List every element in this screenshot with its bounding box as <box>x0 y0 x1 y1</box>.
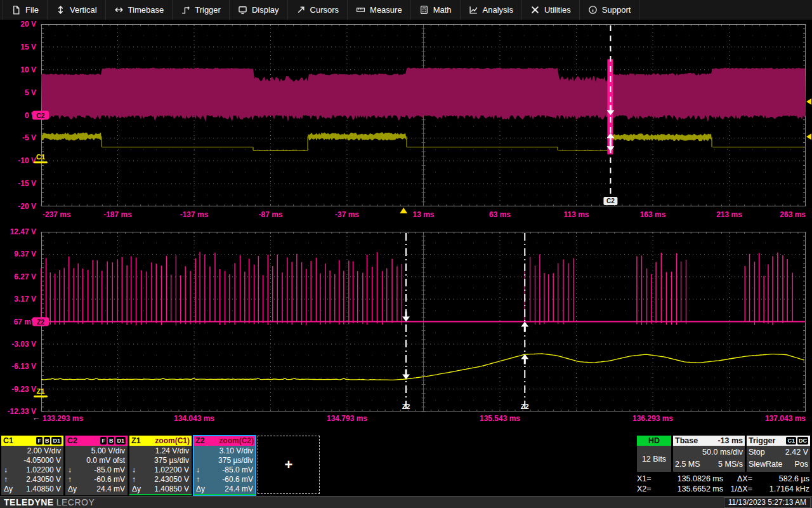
trigger-panel[interactable]: Trigger C1 DC Stop 2.42 V SlewRate Pos <box>747 436 810 472</box>
menu-item-label: Timebase <box>128 5 164 15</box>
menu-item-timebase[interactable]: Timebase <box>106 0 173 20</box>
main-grid-x-axis: -237 ms-187 ms-137 ms-87 ms-37 ms13 ms63… <box>41 210 806 221</box>
descriptor-row-value: 0.0 mV ofst <box>82 456 128 465</box>
trace-descriptor-C2[interactable]: C2FBD15.00 V/div0.0 mV ofst↓-85.0 mV↑-60… <box>65 436 128 495</box>
trigger-header: Trigger C1 DC <box>747 436 810 446</box>
zoom-waveform-grid[interactable]: Z2Z2Z2Z1← <box>32 232 812 422</box>
y-tick-label: -9.23 V <box>1 385 36 394</box>
descriptor-row-value: 2.43050 V <box>146 475 192 485</box>
menu-item-utilities[interactable]: Utilities <box>522 0 580 20</box>
descriptor-row-symbol: ↓ <box>65 465 82 475</box>
menu-item-measure[interactable]: Measure <box>348 0 411 20</box>
descriptor-row-value: -85.0 mV <box>210 465 256 475</box>
descriptor-header: Z2zoom(C2) <box>193 436 256 446</box>
trace-descriptor-C1[interactable]: C1FBD12.00 V/div-4.05000 V↓1.02200 V↑2.4… <box>1 436 63 495</box>
trace-label-C1[interactable]: C1 <box>36 153 45 161</box>
svg-text:C2: C2 <box>36 112 45 119</box>
descriptor-row-value: 375 µs/div <box>146 456 192 465</box>
descriptor-row-value: 24.4 mV <box>210 485 256 494</box>
y-tick-label: -20 V <box>1 202 36 211</box>
main-waveform-grid[interactable]: C2C2C1 <box>32 24 812 215</box>
brand-logo: TELEDYNELECROY <box>0 497 95 507</box>
timebase-panel[interactable]: Tbase -13 ms 50.0 ms/div 2.5 MS 5 MS/s <box>673 436 745 472</box>
acquisition-panels: HD 12 Bits Tbase -13 ms 50.0 ms/div 2.5 … <box>637 436 811 494</box>
add-trace-button[interactable]: + <box>258 436 320 494</box>
invdx-label: 1/ΔX= <box>723 484 756 494</box>
trigger-source-badge: C1 <box>786 437 796 444</box>
y-tick-label: -6.13 V <box>1 362 36 371</box>
zoom-source-label: zoom(C2) <box>219 436 254 445</box>
scroll-left-arrow[interactable]: ← <box>32 413 41 422</box>
brand-teledyne: TELEDYNE <box>4 497 54 507</box>
menu-item-vertical[interactable]: Vertical <box>48 0 106 20</box>
timebase-samples: 2.5 MS <box>675 458 700 471</box>
cursor-label: Z2 <box>521 403 529 410</box>
descriptor-row-symbol <box>1 446 18 456</box>
x-tick-label: 136.293 ms <box>632 414 673 423</box>
y-tick-label: 67 mV <box>1 318 36 326</box>
vertical-icon <box>56 5 65 15</box>
menu-item-file[interactable]: File <box>3 0 48 20</box>
y-tick-label: 10 V <box>1 65 36 74</box>
x1-value: 135.0826 ms <box>658 474 723 484</box>
trigger-level-marker[interactable] <box>806 98 811 105</box>
c1-waveform[interactable] <box>102 147 253 147</box>
descriptor-row-symbol <box>65 456 82 465</box>
y-tick-label: 15 V <box>1 43 36 51</box>
trace-id: C2 <box>67 436 77 445</box>
y-tick-label: 20 V <box>1 20 36 29</box>
descriptor-header: C2FBD1 <box>65 436 128 446</box>
dx-value: 582.6 µs <box>756 474 809 484</box>
trace-id: C1 <box>3 436 13 445</box>
trigger-mode: Stop <box>749 446 765 458</box>
y-tick-label: 12.47 V <box>1 227 36 236</box>
c2-waveform[interactable] <box>41 68 806 123</box>
svg-text:Z2: Z2 <box>37 318 44 326</box>
invdx-value: 1.7164 kHz <box>756 484 809 494</box>
menu-item-display[interactable]: Display <box>230 0 288 20</box>
oscilloscope-app: FileVerticalTimebaseTriggerDisplayCursor… <box>0 0 812 508</box>
menu-item-label: Utilities <box>544 5 571 15</box>
menu-item-label: Vertical <box>70 5 97 15</box>
descriptor-row-value: 2.00 V/div <box>18 446 63 456</box>
trace-descriptor-Z1[interactable]: Z1zoom(C1)1.24 V/div375 µs/div↓1.02200 V… <box>129 436 192 495</box>
trace-badge-f: F <box>100 437 107 444</box>
menu-item-label: Analysis <box>483 5 513 15</box>
menu-item-support[interactable]: Support <box>580 0 640 20</box>
trace-descriptor-Z2[interactable]: Z2zoom(C2)3.10 V/div375 µs/div↓-85.0 mV↑… <box>193 436 256 495</box>
c1-waveform[interactable] <box>712 147 806 147</box>
hd-panel[interactable]: HD 12 Bits <box>637 436 671 472</box>
x-tick-label: 137.043 ms <box>765 414 806 423</box>
trace-badge-d1: D1 <box>115 437 126 444</box>
cursor-label: C2 <box>606 197 615 204</box>
x-tick-label: -137 ms <box>180 210 209 219</box>
trace-badge-d1: D1 <box>51 437 62 444</box>
trace-label-Z1[interactable]: Z1 <box>37 387 45 395</box>
trigger-level-marker[interactable] <box>806 133 811 140</box>
x-tick-label: 133.293 ms <box>43 414 83 423</box>
cursors-icon <box>296 5 306 15</box>
x-tick-label: -237 ms <box>43 210 71 219</box>
descriptor-body: 5.00 V/div0.0 mV ofst↓-85.0 mV↑-60.6 mVΔ… <box>65 446 128 495</box>
y-tick-label: -10 V <box>1 156 36 165</box>
descriptor-row-symbol <box>129 446 146 456</box>
x-tick-label: 63 ms <box>489 210 511 219</box>
display-icon <box>238 5 247 15</box>
descriptor-row-value: 375 µs/div <box>210 456 256 465</box>
menu-item-math[interactable]: Math <box>411 0 461 20</box>
descriptor-row-value: 1.40850 V <box>18 485 63 494</box>
c1-waveform[interactable] <box>407 147 558 147</box>
support-icon <box>588 5 598 15</box>
trace-badge-f: F <box>36 437 43 444</box>
hd-panel-body: 12 Bits <box>637 446 671 472</box>
zoom-grid-x-axis: 133.293 ms134.043 ms134.793 ms135.543 ms… <box>41 413 806 425</box>
descriptor-body: 3.10 V/div375 µs/div↓-85.0 mV↑-60.6 mVΔy… <box>193 446 256 494</box>
hd-bits: 12 Bits <box>642 455 666 464</box>
menu-item-trigger[interactable]: Trigger <box>173 0 230 20</box>
menu-item-analysis[interactable]: Analysis <box>461 0 522 20</box>
menu-item-cursors[interactable]: Cursors <box>288 0 348 20</box>
descriptor-row-symbol: Δy <box>193 485 210 494</box>
descriptor-header: Z1zoom(C1) <box>129 436 192 446</box>
utilities-icon <box>530 5 540 15</box>
x-tick-label: 263 ms <box>780 210 806 219</box>
